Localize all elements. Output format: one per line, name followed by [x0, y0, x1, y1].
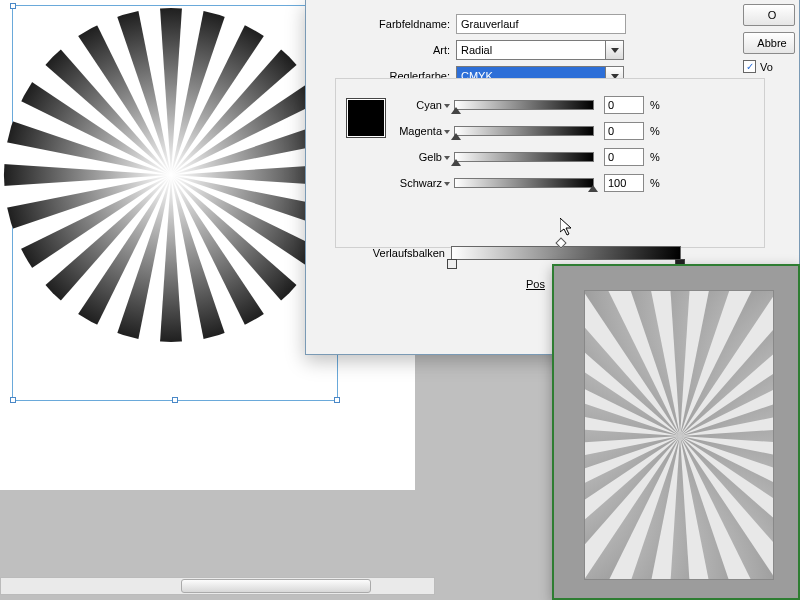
label-schwarz: Schwarz — [398, 177, 454, 189]
chevron-down-icon — [611, 48, 619, 53]
dialog-button-column: O Abbre ✓ Vo — [743, 4, 795, 73]
label-cyan: Cyan — [398, 99, 454, 111]
schwarz-value[interactable] — [604, 174, 644, 192]
cancel-button[interactable]: Abbre — [743, 32, 795, 54]
gradient-ramp[interactable] — [451, 246, 681, 260]
slider-thumb[interactable] — [451, 107, 461, 114]
ok-button[interactable]: O — [743, 4, 795, 26]
cyan-value[interactable] — [604, 96, 644, 114]
swatch-name-input[interactable] — [456, 14, 626, 34]
slider-thumb[interactable] — [451, 159, 461, 166]
handle-sw[interactable] — [10, 397, 16, 403]
scrollbar-thumb[interactable] — [181, 579, 371, 593]
preview-checkbox[interactable]: ✓ Vo — [743, 60, 795, 73]
unit: % — [650, 125, 660, 137]
current-color-swatch[interactable] — [346, 98, 386, 138]
preview-label: Vo — [760, 61, 773, 73]
gelb-slider[interactable] — [454, 152, 594, 162]
type-dropdown[interactable]: Radial — [456, 40, 606, 60]
menu-icon — [444, 182, 450, 186]
gradient-stop-left[interactable] — [447, 259, 457, 269]
menu-icon — [444, 104, 450, 108]
magenta-value[interactable] — [604, 122, 644, 140]
type-dropdown-btn[interactable] — [606, 40, 624, 60]
slider-thumb[interactable] — [451, 133, 461, 140]
magenta-slider[interactable] — [454, 126, 594, 136]
sunburst-art[interactable] — [1, 0, 341, 350]
preview-art — [584, 290, 774, 580]
menu-icon — [444, 156, 450, 160]
cyan-slider[interactable] — [454, 100, 594, 110]
label-magenta: Magenta — [398, 125, 454, 137]
menu-icon — [444, 130, 450, 134]
preview-panel[interactable] — [552, 264, 800, 600]
label-gelb: Gelb — [398, 151, 454, 163]
horizontal-scrollbar[interactable] — [0, 577, 435, 595]
gelb-value[interactable] — [604, 148, 644, 166]
checkbox-icon: ✓ — [743, 60, 756, 73]
handle-se[interactable] — [334, 397, 340, 403]
label-farbfeldname: Farbfeldname: — [326, 18, 456, 30]
label-art: Art: — [326, 44, 456, 56]
unit: % — [650, 177, 660, 189]
label-verlaufsbalken: Verlaufsbalken — [361, 247, 451, 259]
cmyk-sliders: Cyan % Magenta % Gelb % Schwarz — [398, 92, 660, 196]
slider-thumb[interactable] — [588, 185, 598, 192]
handle-s[interactable] — [172, 397, 178, 403]
schwarz-slider[interactable] — [454, 178, 594, 188]
unit: % — [650, 99, 660, 111]
unit: % — [650, 151, 660, 163]
